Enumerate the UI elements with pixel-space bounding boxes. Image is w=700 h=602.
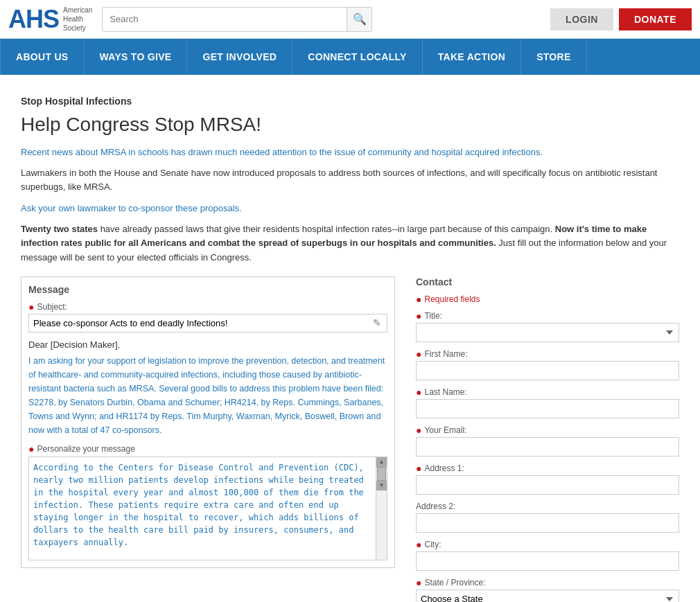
- title-required-dot: ●: [416, 311, 421, 321]
- state-field-group: ● State / Province: Choose a State Alaba…: [416, 578, 679, 602]
- message-section-label: Message: [28, 284, 387, 295]
- intro-text-1: Recent news about MRSA in schools has dr…: [21, 145, 679, 159]
- city-required-dot: ●: [416, 540, 421, 549]
- body-text-1: Twenty two states have already passed la…: [21, 222, 679, 265]
- firstname-label: First Name:: [424, 349, 467, 359]
- page-title: Help Congress Stop MRSA!: [21, 114, 679, 136]
- personalize-textarea-wrapper: According to the Centers for Disease Con…: [28, 457, 387, 560]
- address1-required-dot: ●: [416, 463, 421, 473]
- lastname-input[interactable]: [416, 399, 679, 418]
- subject-required-dot: ●: [28, 302, 34, 312]
- address2-label: Address 2:: [416, 502, 679, 511]
- required-note-text: Required fields: [424, 294, 480, 304]
- nav-item-take-action[interactable]: TAKE ACTION: [423, 39, 521, 75]
- nav-item-store[interactable]: STORE: [521, 39, 586, 75]
- title-select[interactable]: Mr. Mrs. Ms. Dr.: [416, 323, 679, 342]
- subject-row: ✎: [28, 314, 387, 333]
- address1-input[interactable]: [416, 475, 679, 495]
- lastname-field-group: ● Last Name:: [416, 387, 679, 418]
- message-column: Message ● Subject: ✎ Dear [Decision Make…: [21, 276, 395, 602]
- lastname-label: Last Name:: [424, 387, 466, 397]
- letter-body: I am asking for your support of legislat…: [28, 354, 387, 437]
- title-field-group: ● Title: Mr. Mrs. Ms. Dr.: [416, 311, 679, 342]
- edit-icon[interactable]: ✎: [367, 315, 387, 331]
- intro-text-3: Ask your own lawmaker to co-sponsor thes…: [21, 202, 679, 215]
- nav-item-ways-to-give[interactable]: WAYS TO GIVE: [85, 39, 188, 75]
- nav-item-get-involved[interactable]: GET INVOLVED: [187, 39, 292, 75]
- scrollbar-thumb[interactable]: [377, 467, 386, 481]
- page-subtitle: Stop Hospital Infections: [21, 96, 679, 107]
- city-field-group: ● City:: [416, 540, 679, 571]
- personalize-label-text: Personalize your message: [37, 444, 134, 454]
- subject-label: Subject:: [37, 302, 67, 312]
- form-layout: Message ● Subject: ✎ Dear [Decision Make…: [21, 276, 679, 602]
- personalize-required-dot: ●: [28, 444, 34, 454]
- contact-section-label: Contact: [416, 276, 679, 287]
- search-input[interactable]: [103, 8, 347, 31]
- address1-label: Address 1:: [424, 463, 464, 473]
- required-note-dot: ●: [416, 294, 421, 304]
- header-actions: LOGIN DONATE: [550, 8, 692, 30]
- personalize-textarea[interactable]: According to the Centers for Disease Con…: [29, 457, 376, 560]
- logo: AHS American Health Society: [8, 6, 92, 33]
- state-select[interactable]: Choose a State Alabama Alaska Arizona Ca…: [416, 590, 679, 602]
- scrollbar-track: ▲ ▼: [376, 457, 387, 560]
- search-button[interactable]: 🔍: [347, 8, 371, 31]
- personalize-label: ● Personalize your message: [28, 444, 387, 454]
- personalize-section: ● Personalize your message According to …: [28, 444, 387, 560]
- lastname-required-dot: ●: [416, 387, 421, 397]
- scrollbar-up[interactable]: ▲: [376, 457, 387, 467]
- address2-input[interactable]: [416, 513, 679, 533]
- logo-acronym: AHS: [8, 7, 59, 32]
- city-input[interactable]: [416, 551, 679, 571]
- login-button[interactable]: LOGIN: [550, 8, 613, 30]
- donate-button[interactable]: DONATE: [619, 8, 692, 30]
- subject-field-group: ● Subject: ✎: [28, 302, 387, 333]
- intro-text-2: Lawmakers in both the House and Senate h…: [21, 166, 679, 195]
- required-note: ● Required fields: [416, 294, 679, 304]
- firstname-required-dot: ●: [416, 349, 421, 359]
- email-field-group: ● Your Email:: [416, 425, 679, 457]
- address1-field-group: ● Address 1:: [416, 463, 679, 495]
- message-box: Message ● Subject: ✎ Dear [Decision Make…: [21, 276, 395, 568]
- city-label: City:: [424, 540, 441, 549]
- state-label: State / Province:: [424, 578, 485, 587]
- subject-input[interactable]: [29, 315, 367, 332]
- scrollbar-down[interactable]: ▼: [376, 481, 387, 490]
- email-required-dot: ●: [416, 425, 421, 435]
- title-label: Title:: [424, 311, 442, 321]
- email-input[interactable]: [416, 437, 679, 457]
- header: AHS American Health Society 🔍 LOGIN DONA…: [0, 0, 700, 39]
- firstname-input[interactable]: [416, 361, 679, 380]
- nav-bar: ABOUT US WAYS TO GIVE GET INVOLVED CONNE…: [0, 39, 700, 75]
- state-required-dot: ●: [416, 578, 421, 587]
- dear-line: Dear [Decision Maker],: [28, 339, 387, 350]
- address2-field-group: Address 2:: [416, 502, 679, 533]
- content-area: Stop Hospital Infections Help Congress S…: [0, 75, 700, 602]
- nav-item-about-us[interactable]: ABOUT US: [0, 39, 85, 75]
- contact-column: Contact ● Required fields ● Title: Mr. M…: [416, 276, 679, 602]
- logo-text: American Health Society: [63, 6, 92, 33]
- firstname-field-group: ● First Name:: [416, 349, 679, 380]
- search-bar: 🔍: [102, 7, 372, 32]
- nav-item-connect-locally[interactable]: CONNECT LOCALLY: [292, 39, 422, 75]
- email-label: Your Email:: [424, 425, 466, 435]
